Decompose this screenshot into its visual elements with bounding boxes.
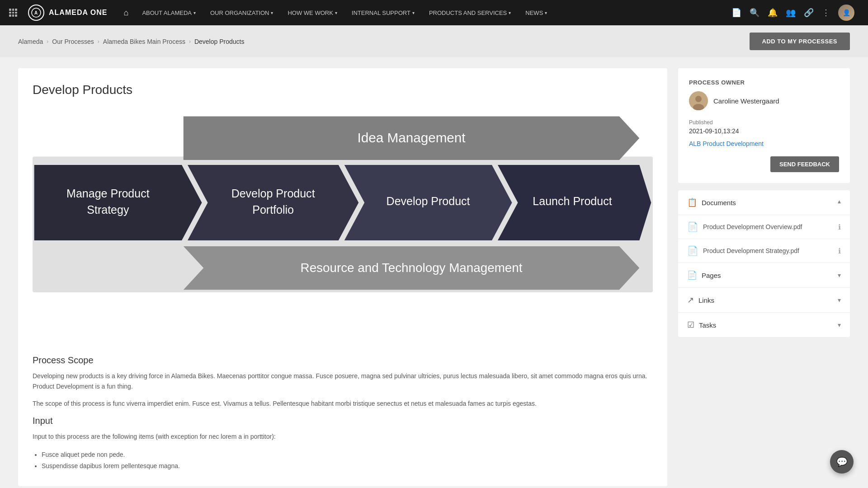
our-organization-nav-item[interactable]: OUR ORGANIZATION ▾ — [204, 6, 279, 20]
input-bullets: Fusce aliquet pede non pede. Suspendisse… — [33, 449, 653, 472]
link-icon[interactable]: 🔗 — [804, 8, 814, 18]
breadcrumb-sep-3: › — [189, 38, 191, 45]
send-feedback-button[interactable]: SEND FEEDBACK — [770, 156, 839, 172]
grid-menu-icon[interactable] — [9, 9, 17, 17]
process-diagram: Idea Management Manage Product Strategy … — [33, 108, 653, 344]
links-section-header[interactable]: ↗ Links ▾ — [678, 288, 850, 313]
breadcrumb-alameda[interactable]: Alameda — [18, 38, 43, 45]
logo[interactable]: A ALAMEDA ONE — [28, 5, 108, 21]
how-dropdown-arrow: ▾ — [335, 10, 337, 15]
doc-name-2: Product Development Strategy.pdf — [703, 247, 799, 254]
about-alameda-nav-item[interactable]: ABOUT ALAMEDA ▾ — [136, 6, 202, 20]
owner-name: Caroline Westergaard — [713, 97, 779, 105]
main-content: Develop Products Idea Management Manage … — [0, 57, 868, 488]
documents-section-header[interactable]: 📋 Documents ▾ — [678, 190, 850, 215]
page-title: Develop Products — [33, 83, 653, 97]
doc-item-1[interactable]: 📄 Product Development Overview.pdf ℹ — [678, 215, 850, 239]
svg-text:A: A — [34, 10, 38, 15]
input-bullet-1: Fusce aliquet pede non pede. — [42, 449, 653, 460]
doc-info-icon-2[interactable]: ℹ — [838, 247, 841, 255]
tasks-expand-icon: ▾ — [838, 321, 841, 328]
doc-info-icon-1[interactable]: ℹ — [838, 223, 841, 231]
doc-item-left-2: 📄 Product Development Strategy.pdf — [687, 245, 799, 256]
documents-left: 📋 Documents — [687, 197, 736, 207]
pages-section-header[interactable]: 📄 Pages ▾ — [678, 263, 850, 288]
input-intro: Input to this process are the following … — [33, 432, 653, 441]
documents-card: 📋 Documents ▾ 📄 Product Development Over… — [678, 190, 850, 337]
links-left: ↗ Links — [687, 295, 714, 305]
user-avatar[interactable]: 👤 — [838, 5, 854, 21]
alb-link[interactable]: ALB Product Development — [689, 140, 839, 147]
pages-label: Pages — [702, 272, 721, 279]
svg-text:Develop Product: Develop Product — [387, 195, 470, 207]
support-dropdown-arrow: ▾ — [412, 10, 415, 15]
svg-text:Portfolio: Portfolio — [252, 203, 294, 216]
svg-point-18 — [695, 96, 702, 102]
doc-name-1: Product Development Overview.pdf — [703, 223, 802, 230]
tasks-icon: ☑ — [687, 320, 694, 330]
left-panel: Develop Products Idea Management Manage … — [18, 68, 667, 486]
document-icon[interactable]: 📄 — [731, 8, 741, 18]
svg-marker-5 — [34, 165, 202, 240]
nav-left: A ALAMEDA ONE ⌂ ABOUT ALAMEDA ▾ OUR ORGA… — [9, 5, 731, 21]
svg-text:Resource and Technology Manage: Resource and Technology Management — [301, 261, 523, 275]
svg-text:Strategy: Strategy — [87, 203, 129, 216]
links-icon: ↗ — [687, 295, 694, 305]
breadcrumb-sep-1: › — [47, 38, 48, 45]
breadcrumb-bikes-main[interactable]: Alameda Bikes Main Process — [103, 38, 185, 45]
how-we-work-nav-item[interactable]: HOW WE WORK ▾ — [281, 6, 343, 20]
fab-icon: 💬 — [836, 456, 848, 467]
nav-right-icons: 📄 🔍 🔔 👥 🔗 ⋮ 👤 — [731, 5, 859, 21]
owner-row: Caroline Westergaard — [689, 91, 839, 110]
add-to-my-processes-button[interactable]: ADD TO MY PROCESSES — [750, 33, 850, 50]
process-scope-title: Process Scope — [33, 355, 653, 366]
published-label: Published — [689, 119, 839, 126]
tasks-section-header[interactable]: ☑ Tasks ▾ — [678, 313, 850, 337]
internal-support-nav-item[interactable]: INTERNAL SUPPORT ▾ — [345, 6, 421, 20]
svg-text:Manage Product: Manage Product — [66, 187, 150, 200]
products-services-nav-item[interactable]: PRODUCTS AND SERVICES ▾ — [423, 6, 517, 20]
top-navigation: A ALAMEDA ONE ⌂ ABOUT ALAMEDA ▾ OUR ORGA… — [0, 0, 868, 25]
svg-text:Launch Product: Launch Product — [533, 195, 612, 207]
news-nav-item[interactable]: NEWS ▾ — [519, 6, 553, 20]
pdf-icon-1: 📄 — [687, 221, 698, 232]
search-icon[interactable]: 🔍 — [750, 8, 760, 18]
news-dropdown-arrow: ▾ — [545, 10, 547, 15]
logo-circle: A — [28, 5, 44, 21]
owner-avatar — [689, 91, 708, 110]
svg-text:Develop Product: Develop Product — [231, 187, 315, 200]
documents-label: Documents — [702, 199, 736, 206]
doc-item-left-1: 📄 Product Development Overview.pdf — [687, 221, 802, 232]
svg-text:Idea Management: Idea Management — [357, 130, 466, 145]
breadcrumb-current: Develop Products — [194, 38, 245, 45]
process-scope-para-1: Developing new products is a key driving… — [33, 371, 653, 391]
home-nav-item[interactable]: ⌂ — [118, 5, 134, 21]
input-title: Input — [33, 416, 653, 426]
breadcrumb-bar: Alameda › Our Processes › Alameda Bikes … — [0, 25, 868, 57]
pdf-icon-2: 📄 — [687, 245, 698, 256]
documents-icon: 📋 — [687, 197, 697, 207]
nav-menu-items: ⌂ ABOUT ALAMEDA ▾ OUR ORGANIZATION ▾ HOW… — [118, 5, 554, 21]
documents-collapse-icon: ▾ — [838, 199, 841, 206]
process-scope-para-2: The scope of this process is func viverr… — [33, 399, 653, 408]
doc-item-2[interactable]: 📄 Product Development Strategy.pdf ℹ — [678, 239, 850, 263]
diagram-svg: Idea Management Manage Product Strategy … — [33, 108, 653, 343]
breadcrumb: Alameda › Our Processes › Alameda Bikes … — [18, 38, 244, 45]
floating-action-button[interactable]: 💬 — [830, 450, 854, 474]
tasks-left: ☑ Tasks — [687, 320, 716, 330]
breadcrumb-our-processes[interactable]: Our Processes — [52, 38, 94, 45]
right-panel: Process Owner Caroline Westergaard Publi… — [678, 68, 850, 486]
notification-icon[interactable]: 🔔 — [768, 8, 778, 18]
links-label: Links — [698, 296, 714, 304]
tasks-label: Tasks — [699, 321, 716, 329]
products-dropdown-arrow: ▾ — [509, 10, 511, 15]
org-dropdown-arrow: ▾ — [271, 10, 273, 15]
more-options-icon[interactable]: ⋮ — [822, 8, 830, 18]
pages-left: 📄 Pages — [687, 270, 721, 280]
links-expand-icon: ▾ — [838, 296, 841, 304]
logo-text: ALAMEDA ONE — [49, 9, 108, 17]
about-dropdown-arrow: ▾ — [193, 10, 196, 15]
people-icon[interactable]: 👥 — [786, 8, 796, 18]
process-owner-label: Process Owner — [689, 79, 839, 86]
info-card: Process Owner Caroline Westergaard Publi… — [678, 68, 850, 183]
